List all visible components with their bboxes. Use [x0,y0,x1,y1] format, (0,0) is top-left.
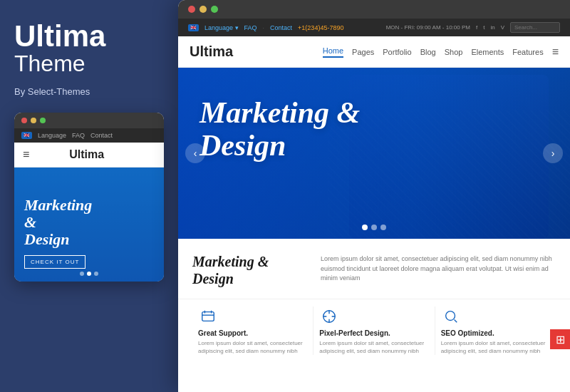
mobile-dot-1 [80,272,84,276]
title-theme: Theme [14,51,105,76]
mobile-navbar: ≡ Ultima [14,143,164,167]
desktop-navbar: Ultima Home Pages Portfolio Blog Shop El… [178,36,570,68]
hero-content: Marketing & Design [178,68,570,190]
desktop-lang[interactable]: Language ▾ [204,24,239,31]
content-heading: Marketing & Design [192,253,306,287]
svg-point-2 [445,311,455,321]
red-action-button[interactable]: ⊞ [550,329,570,349]
svg-rect-0 [202,312,214,321]
feature-design-title: Pixel-Perfect Design. [319,329,428,337]
nav-shop[interactable]: Shop [445,48,463,56]
mobile-topbar-lang: Language [38,132,66,139]
nav-blog[interactable]: Blog [420,48,436,56]
nav-elements[interactable]: Elements [471,48,504,56]
desktop-dot-red [188,6,195,13]
hero-dots [362,225,386,230]
business-hours: MON - FRI: 09:00 AM - 10:00 PM [386,24,470,31]
desktop-dot-green [211,6,218,13]
social-f[interactable]: f [476,24,477,31]
desktop-contact[interactable]: Contact [270,24,292,31]
subtitle: By Select-Themes [14,86,90,97]
seo-icon [441,306,461,326]
content-body: Lorem ipsum dolor sit amet, consectetuer… [321,253,556,292]
social-tw[interactable]: t [483,24,484,31]
feature-support: Great Support. Lorem ipsum dolor sit ame… [192,306,314,355]
hero-arrow-left[interactable]: ‹ [185,143,205,163]
feature-seo: SEO Optimized. Lorem ipsum dolor sit ame… [435,306,556,355]
desktop-topbar-left: 🇬🇧 Language ▾ FAQ · Contact +1(234)45-78… [188,24,343,31]
nav-portfolio[interactable]: Portfolio [383,48,411,56]
desktop-phone: +1(234)45-7890 [298,24,343,31]
mobile-dot-2 [87,272,91,276]
design-icon [319,306,339,326]
feature-seo-text: Lorem ipsum dolor sit amet, consectetuer… [441,339,550,355]
desktop-hero: Marketing & Design ‹ › [178,68,570,239]
dot-yellow [31,118,36,123]
left-panel: Ultima Theme By Select-Themes 🇬🇧 Languag… [0,0,175,392]
desktop-nav-links: Home Pages Portfolio Blog Shop Elements … [323,46,559,58]
flag-icon: 🇬🇧 [21,132,32,139]
mobile-dot-3 [94,272,98,276]
red-btn-icon: ⊞ [556,333,565,346]
desktop-mockup: 🇬🇧 Language ▾ FAQ · Contact +1(234)45-78… [178,0,570,392]
features-row: Great Support. Lorem ipsum dolor sit ame… [178,299,570,365]
mobile-mockup: 🇬🇧 Language FAQ Contact ≡ Ultima Marketi… [14,113,164,282]
feature-support-text: Lorem ipsum dolor sit amet, consectetuer… [198,339,307,355]
feature-design-text: Lorem ipsum dolor sit amet, consectetuer… [319,339,428,355]
nav-menu-icon[interactable]: ≡ [552,46,559,58]
social-v[interactable]: V [501,24,504,31]
nav-pages[interactable]: Pages [352,48,374,56]
dot-green [40,118,46,123]
right-panel: 🇬🇧 Language ▾ FAQ · Contact +1(234)45-78… [175,0,570,392]
social-in[interactable]: in [490,24,494,31]
hero-dot-2[interactable] [371,225,377,230]
mobile-topbar-faq: FAQ [72,132,85,139]
desktop-dot-yellow [200,6,207,13]
title-ultima: Ultima [14,21,105,51]
desktop-topbar-right: MON - FRI: 09:00 AM - 10:00 PM f t in V [386,22,560,33]
theme-title-block: Ultima Theme [14,21,105,76]
hamburger-icon[interactable]: ≡ [23,148,29,161]
search-input[interactable] [510,22,560,33]
nav-features[interactable]: Features [512,48,543,56]
mobile-hero-title: Marketing & Design [24,197,154,249]
hero-dot-1[interactable] [362,225,368,230]
hero-dot-3[interactable] [380,225,386,230]
nav-home[interactable]: Home [323,46,343,58]
desktop-faq[interactable]: FAQ [244,24,257,31]
dot-red [21,118,27,123]
hero-arrows: ‹ › [178,143,570,163]
feature-seo-title: SEO Optimized. [441,329,550,337]
mobile-hero-text: Marketing & Design CHECK IT OUT [24,197,154,269]
mobile-topbar: 🇬🇧 Language FAQ Contact [14,128,164,143]
desktop-flag: 🇬🇧 [188,24,199,31]
support-icon [198,306,218,326]
content-left: Marketing & Design [192,253,306,292]
mobile-hero-dots [80,272,98,276]
desktop-brand: Ultima [190,43,233,60]
feature-support-title: Great Support. [198,329,307,337]
mobile-topbar-contact: Contact [90,132,113,139]
mobile-brand: Ultima [69,148,104,161]
hero-arrow-right[interactable]: › [543,143,563,163]
desktop-browser-bar [178,0,570,19]
desktop-content: Marketing & Design Lorem ipsum dolor sit… [178,239,570,299]
mobile-hero: Marketing & Design CHECK IT OUT [14,167,164,282]
desktop-topbar: 🇬🇧 Language ▾ FAQ · Contact +1(234)45-78… [178,19,570,36]
mobile-hero-cta[interactable]: CHECK IT OUT [24,255,86,269]
mobile-browser-bar [14,113,164,128]
feature-design: Pixel-Perfect Design. Lorem ipsum dolor … [314,306,435,355]
